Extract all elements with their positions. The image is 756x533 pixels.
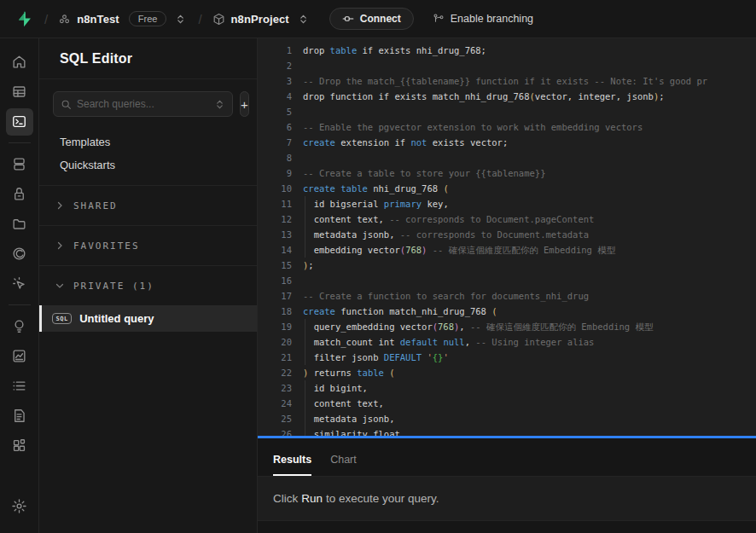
line-number: 12 — [258, 211, 292, 227]
sql-editor-icon[interactable] — [6, 108, 33, 136]
code-text: -- Enable the pgvector extension to work… — [292, 119, 643, 135]
code-text: create function match_nhi_drug_768 ( — [292, 304, 497, 319]
nav-divider — [9, 142, 31, 143]
section-private[interactable]: PRIVATE (1) — [39, 265, 257, 305]
results-footer-bar — [258, 520, 756, 533]
advisors-icon[interactable] — [6, 313, 33, 340]
new-query-button[interactable]: + — [240, 91, 249, 117]
line-number: 19 — [258, 319, 292, 334]
section-shared[interactable]: SHARED — [39, 185, 257, 225]
edge-functions-icon[interactable] — [6, 240, 33, 268]
query-item-label: Untitled query — [79, 312, 154, 325]
code-line: 2 — [258, 58, 756, 73]
code-line: 19 query_embedding vector(768), -- 確保這個維… — [258, 319, 756, 334]
code-text: id bigserial primary key, — [292, 196, 449, 211]
project-selector-chevrons[interactable] — [296, 12, 311, 26]
connect-button[interactable]: Connect — [329, 8, 414, 30]
code-line: 11 id bigserial primary key, — [258, 196, 756, 211]
line-number: 17 — [258, 288, 292, 304]
results-message-run: Run — [298, 492, 326, 505]
line-number: 9 — [258, 165, 292, 181]
code-line: 7create extension if not exists vector; — [258, 135, 756, 150]
enable-branching-label: Enable branching — [451, 13, 533, 25]
settings-icon[interactable] — [6, 493, 33, 520]
breadcrumb-project[interactable]: n8nProject — [212, 13, 289, 26]
api-docs-icon[interactable] — [6, 403, 33, 430]
code-text: -- Drop the match_{{tablename}} function… — [292, 73, 707, 89]
auth-icon[interactable] — [6, 181, 33, 208]
code-text: create extension if not exists vector; — [292, 135, 508, 150]
sort-chevrons-icon[interactable] — [214, 99, 225, 110]
code-text: id bigint, — [292, 380, 368, 396]
editor-column: 1drop table if exists nhi_drug_768;23-- … — [258, 38, 756, 533]
code-line: 3-- Drop the match_{{tablename}} functio… — [258, 73, 756, 89]
sidebar-item-quickstarts[interactable]: Quickstarts — [39, 154, 257, 177]
home-icon[interactable] — [6, 49, 33, 76]
line-number: 3 — [258, 73, 292, 89]
line-number: 23 — [258, 380, 292, 396]
table-editor-icon[interactable] — [6, 78, 33, 106]
tab-results[interactable]: Results — [273, 454, 311, 476]
chevron-down-icon — [55, 281, 65, 291]
storage-icon[interactable] — [6, 211, 33, 238]
line-number: 26 — [258, 426, 292, 436]
breadcrumb-org[interactable]: n8nTest Free — [58, 11, 166, 26]
line-number: 10 — [258, 181, 292, 196]
query-list-item-untitled[interactable]: SQL Untitled query — [39, 305, 257, 332]
line-number: 14 — [258, 242, 292, 258]
code-line: 23 id bigint, — [258, 380, 756, 396]
code-line: 10create table nhi_drug_768 ( — [258, 181, 756, 196]
page-title: SQL Editor — [39, 38, 257, 79]
search-queries-input[interactable] — [77, 98, 209, 110]
sidebar-item-templates[interactable]: Templates — [39, 130, 257, 154]
line-number: 11 — [258, 196, 292, 211]
section-favorites[interactable]: FAVORITES — [39, 225, 257, 265]
line-number: 15 — [258, 258, 292, 273]
sql-editor-sidebar: SQL Editor + Templates Quickstarts — [39, 38, 258, 533]
org-selector-chevrons[interactable] — [173, 12, 188, 26]
code-text: metadata jsonb, -- corresponds to Docume… — [292, 227, 589, 242]
code-line: 20 match_count int default null, -- Usin… — [258, 334, 756, 350]
code-text: drop table if exists nhi_drug_768; — [292, 43, 486, 58]
code-text: match_count int default null, -- Using i… — [292, 334, 594, 350]
code-text — [292, 273, 303, 288]
code-line: 15); — [258, 258, 756, 273]
code-text: -- Create a table to store your {{tablen… — [292, 165, 545, 181]
code-line: 12 content text, -- corresponds to Docum… — [258, 211, 756, 227]
reports-icon[interactable] — [6, 343, 33, 370]
code-text — [292, 150, 303, 165]
line-number: 21 — [258, 350, 292, 365]
code-text: content text, — [292, 396, 384, 411]
line-number: 5 — [258, 104, 292, 119]
realtime-icon[interactable] — [6, 270, 33, 298]
code-line: 21 filter jsonb DEFAULT '{}' — [258, 350, 756, 365]
code-text — [292, 104, 303, 119]
tab-chart[interactable]: Chart — [330, 454, 357, 476]
search-row: + — [39, 79, 257, 125]
code-line: 18create function match_nhi_drug_768 ( — [258, 304, 756, 319]
breadcrumb-separator: / — [41, 12, 51, 26]
line-number: 20 — [258, 334, 292, 350]
search-icon — [61, 99, 72, 110]
sidebar-links: Templates Quickstarts — [39, 125, 257, 185]
code-line: 13 metadata jsonb, -- corresponds to Doc… — [258, 227, 756, 242]
section-favorites-label: FAVORITES — [73, 240, 140, 252]
database-icon[interactable] — [6, 151, 33, 178]
supabase-logo[interactable] — [14, 9, 34, 29]
line-number: 24 — [258, 396, 292, 411]
line-number: 4 — [258, 89, 292, 104]
code-line: 24 content text, — [258, 396, 756, 411]
search-queries-box[interactable] — [53, 91, 233, 117]
results-message: Click Run to execute your query. — [258, 477, 756, 520]
code-line: 8 — [258, 150, 756, 165]
code-line: 5 — [258, 104, 756, 119]
sql-code-editor[interactable]: 1drop table if exists nhi_drug_768;23-- … — [258, 38, 756, 436]
enable-branching-button[interactable]: Enable branching — [433, 13, 533, 25]
results-message-prefix: Click — [273, 492, 298, 505]
logs-icon[interactable] — [6, 373, 33, 400]
integrations-icon[interactable] — [6, 432, 33, 460]
chevron-right-icon — [55, 200, 65, 211]
top-bar: / n8nTest Free / n8nProject — [0, 0, 756, 38]
line-number: 2 — [258, 58, 292, 73]
results-tab-bar: Results Chart — [258, 438, 756, 477]
